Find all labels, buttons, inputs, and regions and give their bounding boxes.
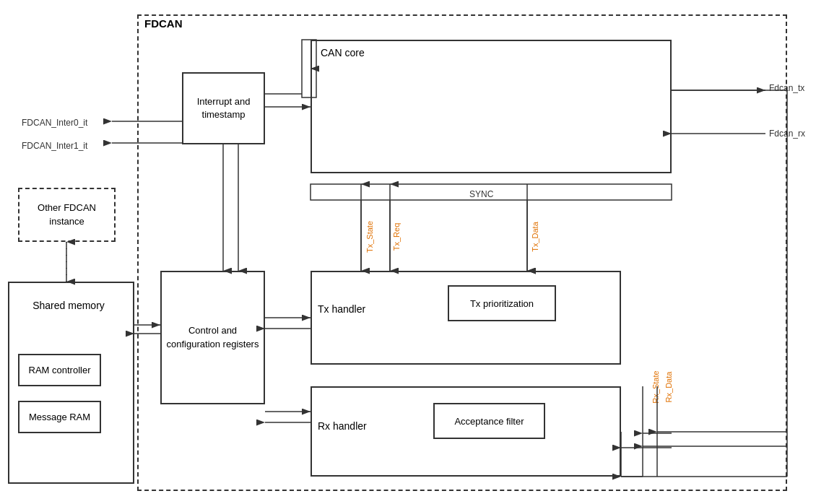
interrupt-timestamp-box: Interrupt and timestamp (182, 72, 265, 144)
tx-data-label: Tx_Data (531, 222, 539, 252)
fdcan-inter1-label: FDCAN_Inter1_it (22, 141, 87, 151)
tx-req-label: Tx_Req (392, 223, 401, 251)
other-fdcan-box: Other FDCAN instance (18, 188, 116, 242)
control-config-label: Control and configuration registers (162, 324, 264, 350)
message-ram-box: Message RAM (18, 401, 101, 433)
acceptance-filter-label: Acceptance filter (454, 416, 524, 427)
tx-state-label: Tx_State (365, 221, 374, 253)
tx-prioritization-box: Tx prioritization (448, 285, 556, 321)
fdcan-inter0-label: FDCAN_Inter0_it (22, 118, 87, 128)
other-fdcan-label: Other FDCAN instance (19, 201, 114, 227)
message-ram-label: Message RAM (29, 412, 90, 422)
ram-controller-label: RAM controller (29, 365, 91, 375)
tx-handler-label: Tx handler (318, 303, 365, 315)
acceptance-filter-box: Acceptance filter (433, 403, 545, 439)
rx-handler-label: Rx handler (318, 420, 367, 432)
fdcan-title: FDCAN (144, 17, 183, 30)
interrupt-timestamp-label: Interrupt and timestamp (183, 95, 264, 121)
sync-label: SYNC (469, 189, 493, 199)
fdcan-tx-label: Fdcan_tx (769, 83, 804, 93)
shared-memory-label: Shared memory (22, 300, 116, 311)
can-core-label: CAN core (321, 47, 365, 58)
rx-state-label: Rx_State (651, 370, 660, 403)
control-config-box: Control and configuration registers (160, 271, 265, 404)
tx-prioritization-label: Tx prioritization (470, 298, 534, 309)
fdcan-rx-label: Fdcan_rx (769, 129, 805, 139)
diagram-container: FDCAN CAN core Interrupt and timestamp C… (0, 0, 829, 504)
can-core-box: CAN core (311, 40, 672, 173)
rx-data-label: Rx_Data (664, 372, 673, 403)
ram-controller-box: RAM controller (18, 354, 101, 386)
